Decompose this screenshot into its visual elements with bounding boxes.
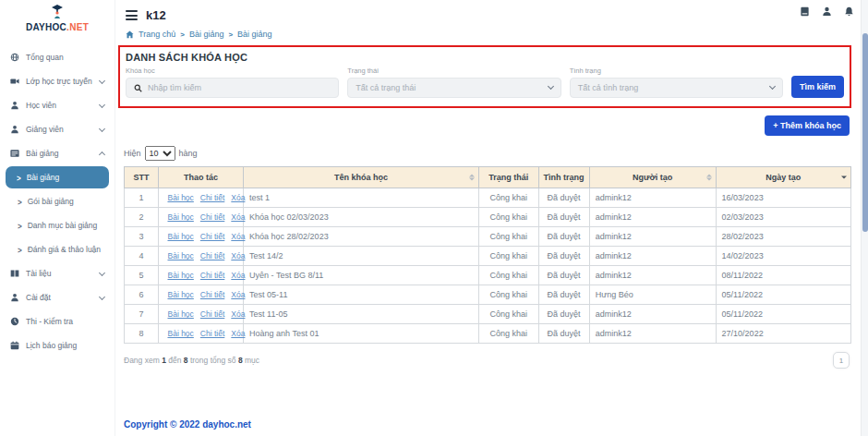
table-row: 6Bài họcChi tiếtXóaTest 05-11Công khaiĐã… [125,285,851,305]
calendar-icon [10,341,19,350]
page-size-select[interactable]: 10 [145,146,175,161]
course-search-input[interactable] [148,83,331,92]
sidebar-item-tai-lieu[interactable]: Tài liệu [0,261,115,285]
delete-link[interactable]: Xóa [231,251,245,260]
detail-link[interactable]: Chi tiết [200,193,224,202]
person-icon [10,125,19,134]
topbar: k12 [115,0,861,22]
page-size-control: Hiện 10 hàng [124,146,861,161]
submenu-item-danh-muc-bai-giang[interactable]: > Danh mục bài giảng [0,213,115,237]
lesson-link[interactable]: Bài học [167,212,193,222]
table-cell: admink12 [589,266,716,285]
sidebar-item-cai-dat[interactable]: Cài đặt [0,285,115,309]
table-cell: Test 05-11 [244,285,479,305]
delete-link[interactable]: Xóa [231,290,245,299]
sidebar-item-bai-giang[interactable]: Bài giảng [0,141,115,165]
table-cell: 14/02/2023 [716,247,850,266]
table-cell: admink12 [589,208,716,227]
bell-icon[interactable] [844,6,854,17]
detail-link[interactable]: Chi tiết [200,271,224,280]
table-row: 3Bài họcChi tiếtXóaKhóa học 28/02/2023Cô… [125,227,851,247]
sidebar-item-label: Tài liệu [26,269,51,278]
row-actions: Bài họcChi tiếtXóa [158,305,243,324]
condition-select[interactable]: Tất cả tình trạng [570,78,783,98]
scrollbar-thumb[interactable] [862,33,868,232]
course-search-label: Khóa học [126,67,339,75]
breadcrumb-home[interactable]: Trang chủ [139,30,175,39]
submenu-item-goi-bai-giang[interactable]: > Gói bài giảng [0,189,115,213]
book-icon[interactable] [800,6,810,17]
lesson-link[interactable]: Bài học [167,251,193,260]
sidebar-item-label: Thi - Kiểm tra [26,317,73,326]
lesson-link[interactable]: Bài học [167,329,193,338]
breadcrumb-bai-giang[interactable]: Bài giảng [189,30,224,39]
delete-link[interactable]: Xóa [231,309,245,319]
table-cell: Khóa học 28/02/2023 [244,227,479,247]
table-cell: 28/02/2023 [716,227,850,247]
table-cell: 1 [125,188,159,208]
sidebar-item-hoc-vien[interactable]: Học viên [0,93,115,117]
pagination-page-1[interactable]: 1 [833,352,850,369]
table-cell: 02/03/2023 [716,208,850,227]
detail-link[interactable]: Chi tiết [200,309,224,319]
status-select-value: Tất cả trạng thái [356,83,416,92]
status-label: Trạng thái [347,67,561,75]
detail-link[interactable]: Chi tiết [200,232,224,241]
column-header[interactable]: Tên khóa học [244,167,479,188]
add-course-row: + Thêm khóa học [115,115,850,136]
vertical-scrollbar[interactable] [861,0,868,436]
delete-link[interactable]: Xóa [231,193,245,202]
table-cell: 08/11/2022 [716,266,850,285]
column-header[interactable]: Người tạo [589,167,716,188]
filter-row: Khóa học Trạng thái Tất cả trạng thái Tì… [125,67,845,98]
sort-icon [469,175,475,181]
table-cell: Công khai [479,266,539,285]
delete-link[interactable]: Xóa [231,232,245,241]
submenu-item-danh-gia-thao-luan[interactable]: > Đánh giá & thảo luận [0,237,115,261]
delete-link[interactable]: Xóa [231,212,245,222]
sidebar-item-lop-hoc-truc-tuyen[interactable]: Lớp học trực tuyến [0,69,115,93]
lesson-link[interactable]: Bài học [167,232,193,241]
detail-link[interactable]: Chi tiết [200,290,224,299]
submenu-item-label: Gói bài giảng [28,197,74,206]
sidebar-item-label: Cài đặt [26,293,51,302]
hamburger-menu-icon[interactable] [126,10,138,20]
submenu-item-label: Bài giảng [27,173,59,182]
column-header[interactable]: Ngày tạo [716,167,850,188]
sidebar-item-tong-quan[interactable]: Tổng quan [0,45,115,69]
lesson-link[interactable]: Bài học [167,309,193,319]
table-row: 5Bài họcChi tiếtXóaUyên - Test BG 8/11Cô… [125,266,851,285]
table-cell: Đã duyệt [538,208,589,227]
breadcrumb-current[interactable]: Bài giảng [237,30,272,39]
chevron-up-icon [99,151,105,158]
lesson-link[interactable]: Bài học [167,193,193,202]
video-camera-icon [10,77,19,86]
lesson-link[interactable]: Bài học [167,290,193,299]
user-icon[interactable] [822,6,832,17]
sidebar-item-lich-bao-giang[interactable]: Lịch báo giảng [0,333,115,357]
delete-link[interactable]: Xóa [231,329,245,338]
table-cell: admink12 [589,188,716,208]
brand-name: DAYHOC.NET [26,22,89,32]
row-actions: Bài họcChi tiếtXóa [158,227,243,247]
condition-field: Tình trạng Tất cả tình trạng [570,67,783,98]
detail-link[interactable]: Chi tiết [200,251,224,260]
table-cell: 27/10/2022 [716,324,850,344]
submenu-item-bai-giang[interactable]: > Bài giảng [6,166,109,188]
delete-link[interactable]: Xóa [231,271,245,280]
add-course-button[interactable]: + Thêm khóa học [765,115,850,136]
search-button[interactable]: Tìm kiếm [791,76,844,98]
brand-logo[interactable]: DAYHOC.NET [0,0,115,32]
sidebar: DAYHOC.NET Tổng quan Lớp học trực tuyến … [0,0,115,436]
detail-link[interactable]: Chi tiết [200,329,224,338]
page-size-prefix: Hiện [124,149,141,158]
status-select[interactable]: Tất cả trạng thái [347,78,561,98]
table-cell: Hoàng anh Test 01 [244,324,479,344]
sidebar-item-giang-vien[interactable]: Giảng viên [0,117,115,141]
column-header: Tình trạng [538,167,589,188]
lesson-link[interactable]: Bài học [167,271,193,280]
sidebar-nav: Tổng quan Lớp học trực tuyến Học viên Gi… [0,45,115,357]
table-cell: admink12 [589,324,716,344]
detail-link[interactable]: Chi tiết [200,212,224,222]
sidebar-item-thi-kiem-tra[interactable]: Thi - Kiểm tra [0,309,115,333]
